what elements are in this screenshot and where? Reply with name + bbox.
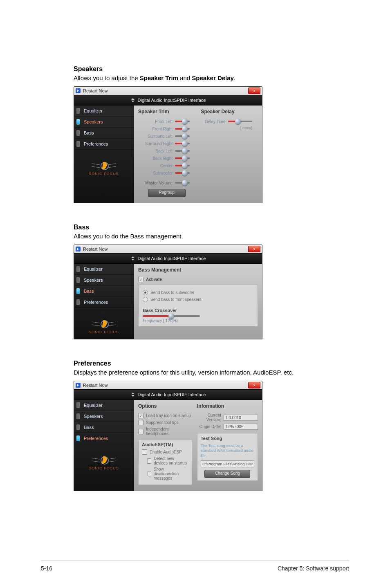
bass-content: Bass Management ✓ Activate Send bass to … xyxy=(134,264,262,339)
checkbox-esp-enable[interactable] xyxy=(142,449,147,455)
slider-thumb[interactable] xyxy=(182,180,188,186)
sidebar-item-bass[interactable]: Bass xyxy=(74,128,134,139)
spinner-icon[interactable] xyxy=(130,392,135,397)
sidebar-label: Preferences xyxy=(84,141,108,146)
checkbox-esp-disc[interactable] xyxy=(148,471,151,476)
close-button[interactable]: x xyxy=(248,382,260,388)
slider-track[interactable] xyxy=(228,121,253,122)
opt-tray-row[interactable]: ✓Load tray icon on startup xyxy=(138,413,192,418)
opt-hp-row[interactable]: Independent headphones xyxy=(138,427,192,436)
slider-thumb[interactable] xyxy=(182,141,188,146)
titlebar[interactable]: Restart Now x xyxy=(74,245,262,253)
titlebar[interactable]: Restart Now x xyxy=(74,87,262,95)
radio-subwoofer[interactable] xyxy=(143,290,148,295)
options-heading: Options xyxy=(138,403,192,409)
led-icon xyxy=(76,288,80,294)
slider-thumb[interactable] xyxy=(182,133,188,139)
activate-checkbox[interactable]: ✓ xyxy=(138,277,143,282)
change-song-button[interactable]: Change Song xyxy=(204,470,250,478)
sidebar-item-preferences[interactable]: Preferences xyxy=(74,297,134,308)
test-song-heading: Test Song xyxy=(201,436,254,441)
slider-thumb[interactable] xyxy=(182,126,188,132)
opt-tips-row[interactable]: Suppress tool tips xyxy=(138,420,192,425)
slider-track[interactable] xyxy=(175,172,190,174)
slider-track[interactable] xyxy=(175,157,190,159)
checkbox-tips[interactable] xyxy=(138,420,143,425)
slider-track[interactable] xyxy=(175,150,190,152)
test-song-group: Test Song The Test song must be a standa… xyxy=(197,433,258,481)
sidebar: Equalizer Speakers Bass Preferences SONI… xyxy=(74,264,134,339)
sidebar-item-equalizer[interactable]: Equalizer xyxy=(74,264,134,275)
spinner-icon[interactable] xyxy=(130,256,135,261)
audioesp-heading: AudioESP(TM) xyxy=(142,442,188,447)
esp-detect-row[interactable]: Detect new devices on startup xyxy=(142,456,188,465)
test-song-path[interactable]: C:\Program Files\Analog Dev xyxy=(201,460,254,467)
bass-destination-group: Send bass to subwoofer Send bass to fron… xyxy=(138,285,258,327)
slider-thumb[interactable] xyxy=(182,170,188,176)
spinner-icon[interactable] xyxy=(130,98,135,103)
checkbox-hp[interactable] xyxy=(138,429,143,434)
brand: SONIC FOCUS xyxy=(74,444,134,475)
sidebar-label: Bass xyxy=(84,289,94,294)
crossover-slider[interactable] xyxy=(143,315,200,317)
sidebar-item-preferences[interactable]: Preferences xyxy=(74,433,134,444)
slider-track[interactable] xyxy=(175,128,190,130)
checkbox-tray[interactable]: ✓ xyxy=(138,413,143,418)
slider-track[interactable] xyxy=(175,143,190,144)
titlebar[interactable]: Restart Now x xyxy=(74,381,262,389)
information-heading: Information xyxy=(197,403,258,409)
text: and xyxy=(178,74,192,81)
close-button[interactable]: x xyxy=(248,88,260,94)
slider-thumb[interactable] xyxy=(182,148,188,154)
info-key: Current Version: xyxy=(197,413,221,422)
sidebar-item-speakers[interactable]: Speakers xyxy=(74,275,134,286)
text-bold: Speaker Delay xyxy=(192,74,234,81)
trim-back-right: Back Right xyxy=(138,155,195,162)
trim-center: Center xyxy=(138,162,195,169)
channel-label: Surround Right xyxy=(138,141,173,146)
sidebar-item-equalizer[interactable]: Equalizer xyxy=(74,105,134,117)
slider-thumb[interactable] xyxy=(182,119,188,124)
channel-label: Front Right xyxy=(138,127,173,131)
slider-track[interactable] xyxy=(175,182,190,184)
radio-front[interactable] xyxy=(143,297,148,302)
sidebar-item-bass[interactable]: Bass xyxy=(74,422,134,433)
sidebar-item-equalizer[interactable]: Equalizer xyxy=(74,400,134,411)
date-row: Origin Date:12/6/2006 xyxy=(197,424,258,430)
slider-track[interactable] xyxy=(175,165,190,166)
activate-row[interactable]: ✓ Activate xyxy=(138,277,258,282)
device-selector[interactable]: Digital Audio InputSPDIF Interface xyxy=(74,253,262,264)
slider-thumb[interactable] xyxy=(168,313,174,319)
esp-enable-row[interactable]: Enable AudioESP xyxy=(142,449,188,455)
checkbox-esp-detect[interactable] xyxy=(148,458,151,464)
device-selector[interactable]: Digital Audio InputSPDIF Interface xyxy=(74,389,262,400)
sidebar-item-speakers[interactable]: Speakers xyxy=(74,117,134,128)
close-button[interactable]: x xyxy=(248,246,260,252)
bass-desc: Allows you to do the Bass management. xyxy=(74,233,349,240)
checkbox-label: Independent headphones xyxy=(146,427,192,436)
device-label: Digital Audio InputSPDIF Interface xyxy=(138,392,206,397)
master-volume: Master Volume xyxy=(138,179,195,186)
sidebar-label: Speakers xyxy=(84,119,103,124)
sidebar-label: Equalizer xyxy=(84,267,103,272)
device-selector[interactable]: Digital Audio InputSPDIF Interface xyxy=(74,95,262,105)
trim-back-left: Back Left xyxy=(138,147,195,155)
sidebar-item-preferences[interactable]: Preferences xyxy=(74,139,134,150)
slider-thumb[interactable] xyxy=(235,119,241,124)
slider-thumb[interactable] xyxy=(182,163,188,168)
slider-track[interactable] xyxy=(175,121,190,122)
slider-thumb[interactable] xyxy=(182,155,188,161)
prefs-window: Restart Now x Digital Audio InputSPDIF I… xyxy=(74,381,262,491)
trim-front-left: Front Left xyxy=(138,118,195,125)
sidebar-item-bass[interactable]: Bass xyxy=(74,286,134,297)
send-front-row[interactable]: Send bass to front speakers xyxy=(143,297,253,302)
radio-label: Send bass to subwoofer xyxy=(150,290,194,295)
slider-track[interactable] xyxy=(175,135,190,137)
send-subwoofer-row[interactable]: Send bass to subwoofer xyxy=(143,290,253,295)
sidebar-item-speakers[interactable]: Speakers xyxy=(74,411,134,422)
delay-readout: ( 20ms) xyxy=(201,126,253,130)
regroup-button[interactable]: Regroup xyxy=(148,189,186,197)
channel-label: Back Right xyxy=(138,156,173,161)
esp-disc-row[interactable]: Show disconnection messages xyxy=(142,467,188,480)
brand-text: SONIC FOCUS xyxy=(74,466,134,470)
